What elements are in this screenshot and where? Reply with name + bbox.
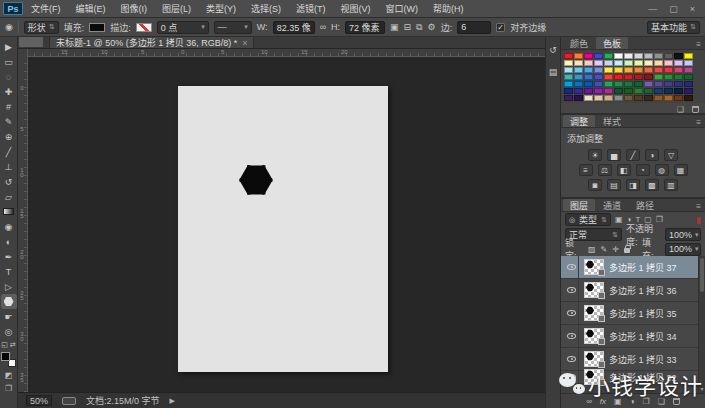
- eye-icon[interactable]: [567, 264, 576, 270]
- polygon-sides-field[interactable]: 6: [457, 21, 491, 34]
- color-swatch[interactable]: [644, 74, 653, 80]
- clone-stamp-tool[interactable]: ⊥: [1, 159, 17, 174]
- canvas[interactable]: 05101520253035: [18, 57, 545, 392]
- tab-close-icon[interactable]: ×: [242, 38, 247, 48]
- color-swatch[interactable]: [664, 53, 673, 59]
- fill-opacity-select[interactable]: 100% ▾: [665, 243, 701, 256]
- selective-color-icon[interactable]: ▥: [664, 179, 678, 191]
- color-swatch[interactable]: [584, 67, 593, 73]
- layer-name[interactable]: 多边形 1 拷贝 34: [609, 330, 677, 343]
- color-swatch[interactable]: [574, 74, 583, 80]
- filter-pixel-icon[interactable]: ▣: [615, 215, 623, 224]
- shape-tool[interactable]: [1, 294, 17, 309]
- photo-filter-icon[interactable]: ◔: [636, 164, 650, 176]
- layer-thumbnail[interactable]: [584, 351, 604, 367]
- layer-name[interactable]: 多边形 1 拷贝 36: [609, 284, 677, 297]
- color-swatch[interactable]: [614, 53, 623, 59]
- layer-thumbnail[interactable]: [584, 305, 604, 321]
- color-swatch[interactable]: [644, 95, 653, 101]
- color-swatch[interactable]: [684, 81, 693, 87]
- black-white-icon[interactable]: ◧: [617, 164, 631, 176]
- history-brush-tool[interactable]: ↺: [1, 174, 17, 189]
- color-swatch[interactable]: [684, 95, 693, 101]
- filter-toggle-icon[interactable]: ▮: [696, 215, 701, 225]
- opacity-select[interactable]: 100% ▾: [665, 228, 701, 241]
- color-swatch[interactable]: [564, 74, 573, 80]
- path-operations-icon[interactable]: ▣: [390, 22, 399, 32]
- menu-item-5[interactable]: 选择(S): [251, 2, 281, 15]
- color-swatch[interactable]: [614, 81, 623, 87]
- hue-saturation-icon[interactable]: ≡: [579, 164, 593, 176]
- history-panel-icon[interactable]: ↺: [549, 45, 557, 55]
- menu-item-9[interactable]: 帮助(H): [433, 2, 464, 15]
- align-edges-checkbox[interactable]: ✓: [496, 23, 505, 32]
- layer-thumbnail[interactable]: [584, 328, 604, 344]
- artboard[interactable]: [178, 86, 388, 372]
- color-swatch[interactable]: [564, 81, 573, 87]
- layers-tab-0[interactable]: 图层: [563, 199, 595, 211]
- menu-item-8[interactable]: 窗口(W): [386, 2, 419, 15]
- layers-tab-2[interactable]: 路径: [629, 199, 661, 211]
- color-swatch[interactable]: [634, 67, 643, 73]
- lock-position-icon[interactable]: ✛: [612, 245, 619, 254]
- lock-transparent-icon[interactable]: ▨: [588, 245, 596, 254]
- path-selection-tool[interactable]: ▷: [1, 279, 17, 294]
- menu-item-6[interactable]: 滤镜(T): [296, 2, 326, 15]
- color-swatch[interactable]: [644, 53, 653, 59]
- color-swatch[interactable]: [684, 67, 693, 73]
- color-swatch[interactable]: [674, 53, 683, 59]
- healing-brush-tool[interactable]: ⊕: [1, 129, 17, 144]
- channel-mixer-icon[interactable]: ◍: [655, 164, 669, 176]
- color-swatch[interactable]: [584, 81, 593, 87]
- color-swatch[interactable]: [634, 81, 643, 87]
- exposure-icon[interactable]: ◑: [645, 149, 659, 161]
- new-swatch-icon[interactable]: ❏: [677, 105, 684, 114]
- color-swatch[interactable]: [594, 53, 603, 59]
- lock-all-icon[interactable]: [624, 248, 630, 253]
- zoom-tool[interactable]: ◎: [1, 324, 17, 339]
- color-swatch[interactable]: [664, 60, 673, 66]
- color-swatch[interactable]: [684, 53, 693, 59]
- scrollbar-thumb[interactable]: [700, 258, 704, 292]
- color-swatch[interactable]: [634, 88, 643, 94]
- quick-mask-icon[interactable]: ◩: [5, 371, 13, 380]
- swatches-tab-1[interactable]: 色板: [596, 37, 628, 49]
- color-swatch[interactable]: [674, 74, 683, 80]
- posterize-icon[interactable]: ▤: [607, 179, 621, 191]
- layer-row[interactable]: 多边形 1 拷贝 36: [561, 279, 705, 302]
- color-swatch[interactable]: [674, 95, 683, 101]
- menu-item-7[interactable]: 视图(V): [341, 2, 371, 15]
- eraser-tool[interactable]: ▱: [1, 189, 17, 204]
- layer-thumbnail[interactable]: [584, 282, 604, 298]
- color-swatch[interactable]: [654, 95, 663, 101]
- color-swatch[interactable]: [654, 67, 663, 73]
- foreground-color-swatch[interactable]: [1, 352, 10, 361]
- menu-item-4[interactable]: 类型(Y): [206, 2, 236, 15]
- gradient-tool[interactable]: [1, 204, 17, 219]
- color-swatch[interactable]: [614, 88, 623, 94]
- color-swatch[interactable]: [594, 81, 603, 87]
- marquee-tool[interactable]: ▭: [1, 54, 17, 69]
- color-swatch[interactable]: [644, 60, 653, 66]
- color-swatch[interactable]: [584, 53, 593, 59]
- color-swatch[interactable]: [674, 67, 683, 73]
- color-swatch[interactable]: [644, 81, 653, 87]
- color-swatch[interactable]: [664, 95, 673, 101]
- link-dimensions-icon[interactable]: ∞: [320, 22, 326, 32]
- fill-color-swatch[interactable]: [89, 23, 105, 32]
- color-swatch[interactable]: [624, 53, 633, 59]
- swatches-tab-0[interactable]: 颜色: [563, 37, 595, 49]
- color-swatch[interactable]: [654, 81, 663, 87]
- color-swatch[interactable]: [574, 81, 583, 87]
- menu-item-0[interactable]: 文件(F): [31, 2, 61, 15]
- lasso-tool[interactable]: ◌: [1, 69, 17, 84]
- layers-tab-1[interactable]: 通道: [596, 199, 628, 211]
- color-swatch[interactable]: [654, 60, 663, 66]
- tool-mode-select[interactable]: 形状 ⇅: [24, 21, 59, 34]
- color-swatch[interactable]: [664, 67, 673, 73]
- color-swatch[interactable]: [634, 60, 643, 66]
- eye-icon[interactable]: [567, 356, 576, 362]
- panel-menu-icon[interactable]: ≡: [696, 118, 701, 127]
- color-swatch[interactable]: [594, 88, 603, 94]
- curves-icon[interactable]: ╱: [626, 149, 640, 161]
